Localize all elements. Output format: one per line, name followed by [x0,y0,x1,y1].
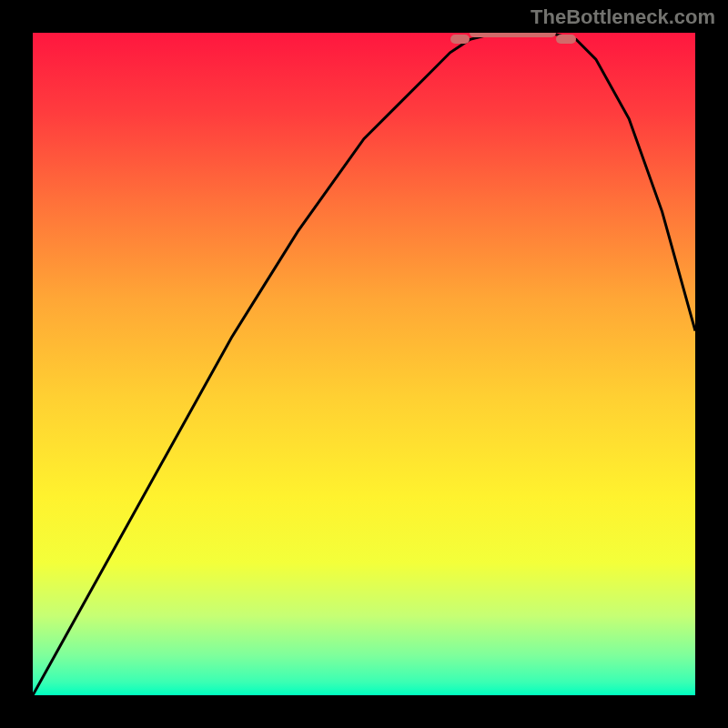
plot-area [33,33,695,695]
bottleneck-curve [33,33,695,695]
watermark-text: TheBottleneck.com [531,5,715,29]
highlight-segment [470,33,556,37]
highlight-segment [450,35,470,44]
highlight-segment [556,35,576,44]
